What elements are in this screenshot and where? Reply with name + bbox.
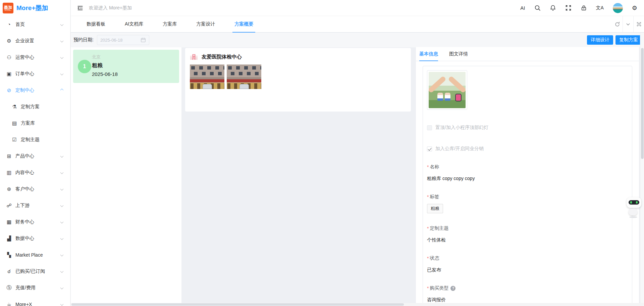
tab-plan-library[interactable]: 方案库	[163, 16, 177, 32]
chevron-down-icon	[60, 56, 64, 59]
vertical-scrollbar-thumb[interactable]	[641, 48, 644, 159]
notebook-icon: ▤	[11, 120, 17, 126]
tag-field-label: * 标签	[427, 194, 628, 200]
maximize-view-icon[interactable]	[633, 16, 644, 32]
sidebar-item-plan-library[interactable]: ▤ 方案库	[0, 115, 70, 131]
calendar-icon	[141, 37, 146, 43]
purchase-type-field-label: * 购买类型 ?	[427, 285, 628, 291]
sidebar-item-operations-center[interactable]: ⚇ 运营中心	[0, 49, 70, 65]
photo-detail	[203, 84, 212, 89]
pin-to-top-label: 置顶/加入小程序顶部幻灯	[435, 125, 488, 131]
hospital-photo-thumbnail[interactable]	[227, 64, 261, 89]
horizontal-scrollbar[interactable]	[71, 303, 644, 306]
hospital-photo-thumbnail[interactable]	[190, 64, 224, 89]
header-actions: AI	[520, 3, 644, 13]
robot-visor	[629, 200, 639, 205]
basic-info-form: 置顶/加入小程序顶部幻灯 加入公库/开启同业分销 * 名称 粗粮库 copy c…	[423, 66, 632, 303]
cover-image-detail	[445, 93, 450, 101]
pin-to-top-option: 置顶/加入小程序顶部幻灯	[427, 125, 628, 131]
grid-plus-icon: ⊞	[6, 153, 12, 159]
sidebar-item-upstream-downstream[interactable]: ☍ 上下游	[0, 197, 70, 214]
notification-bell-icon[interactable]	[550, 5, 556, 11]
invoice-icon: ▦	[6, 219, 12, 225]
filter-toolbar: 预约日期: 2025-06-18 详细设计 复制方案	[71, 33, 644, 47]
theme-field-label: * 定制主题	[427, 225, 628, 231]
sidebar-item-purchased-subscribed[interactable]: ☌ 已购买/已订阅	[0, 263, 70, 279]
schedule-list-item[interactable]: 1 北京 粗粮 2025-06-18	[73, 50, 179, 83]
tab-rich-content[interactable]: 图文详情	[449, 47, 468, 61]
chevron-down-icon	[60, 237, 64, 240]
grid-icon: ▚	[6, 252, 12, 258]
chevron-down-icon	[60, 187, 64, 191]
sidebar-item-product-center[interactable]: ⊞ 产品中心	[0, 148, 70, 164]
sidebar-item-data-center[interactable]: ▟ 数据中心	[0, 230, 70, 247]
sidebar-item-custom-plan[interactable]: ⚗ 定制方案	[0, 98, 70, 115]
cover-image-detail	[448, 76, 466, 93]
tag-chip: 粗粮	[427, 204, 443, 213]
sidebar-item-customization-center[interactable]: ⊘ 定制中心	[0, 82, 70, 98]
detail-design-button[interactable]: 详细设计	[587, 35, 613, 45]
tab-ai-doc-library[interactable]: AI文档库	[125, 16, 143, 32]
gear-icon: ⚙	[6, 38, 12, 44]
plan-detail-panel: 基本信息 图文详情 置顶/加入小程序顶部幻灯	[416, 47, 639, 303]
tabbar-controls	[612, 16, 644, 32]
main-content: 预约日期: 2025-06-18 详细设计 复制方案 1 北京 粗粮 2025-…	[71, 33, 644, 306]
chevron-down-icon	[60, 286, 64, 290]
welcome-text: 欢迎进入 More+墨加	[89, 5, 132, 11]
translate-icon[interactable]: 文A	[596, 5, 604, 11]
chevron-down-icon	[60, 204, 64, 207]
tab-basic-info[interactable]: 基本信息	[419, 47, 438, 61]
detail-tabs: 基本信息 图文详情	[416, 47, 639, 61]
sidebar-item-content-center[interactable]: ▥ 内容中心	[0, 164, 70, 181]
assistant-robot-button[interactable]	[625, 196, 643, 219]
shield-check-icon: ☑	[11, 137, 17, 143]
robot-eye	[630, 201, 632, 204]
chevron-down-icon	[60, 253, 64, 257]
sidebar-item-market-place[interactable]: ▚ Market Place	[0, 247, 70, 263]
compass-icon: ⊘	[6, 87, 12, 93]
dollar-circle-icon: Ⓢ	[6, 285, 12, 291]
purchase-type-field-value: 咨询报价	[427, 297, 628, 303]
schedule-date: 2025-06-18	[92, 71, 176, 77]
public-library-checkbox[interactable]	[427, 146, 432, 151]
sidebar-item-order-center[interactable]: ▣ 订单中心	[0, 65, 70, 82]
search-icon[interactable]	[534, 5, 541, 11]
sidebar-item-finance-center[interactable]: ▦ 财务中心	[0, 214, 70, 230]
lock-icon[interactable]	[581, 5, 587, 11]
collapse-sidebar-icon[interactable]	[77, 5, 84, 11]
cover-image-detail	[455, 94, 462, 101]
badge-icon: ▣	[6, 71, 12, 77]
tab-plan-summary[interactable]: 方案概要	[234, 16, 253, 32]
sidebar-item-custom-theme[interactable]: ☑ 定制主题	[0, 131, 70, 148]
appointment-date-input[interactable]: 2025-06-18	[97, 35, 149, 45]
chevron-down-icon	[60, 303, 64, 306]
sidebar-item-more-x[interactable]: ☕ More+X	[0, 296, 70, 306]
help-question-icon[interactable]: ?	[450, 286, 455, 291]
sidebar-item-customer-center[interactable]: ⊛ 客户中心	[0, 181, 70, 197]
sidebar-item-enterprise-settings[interactable]: ⚙ 企业设置	[0, 33, 70, 49]
chat-bubbles-icon: ⊛	[6, 186, 12, 192]
horizontal-scrollbar-thumb[interactable]	[71, 303, 404, 306]
settings-gear-icon[interactable]: ⚙	[632, 5, 637, 11]
chevron-down-icon	[60, 155, 64, 158]
robot-icon: ⚇	[6, 54, 12, 60]
pin-to-top-checkbox[interactable]	[427, 125, 432, 130]
refresh-icon[interactable]	[612, 16, 623, 32]
ai-assistant-button[interactable]: AI	[520, 5, 525, 11]
sidebar-item-recharge-fees[interactable]: Ⓢ 充值/费用	[0, 279, 70, 296]
copy-plan-button[interactable]: 复制方案	[615, 35, 642, 45]
workspace-tabs: 数据看板 AI文档库 方案库 方案设计 方案概要	[71, 16, 253, 32]
tab-data-dashboard[interactable]: 数据看板	[87, 16, 105, 32]
user-avatar[interactable]	[613, 3, 623, 13]
vertical-scrollbar[interactable]	[640, 33, 644, 303]
fullscreen-expand-icon[interactable]	[565, 5, 572, 11]
tab-plan-design[interactable]: 方案设计	[196, 16, 215, 32]
name-field-value: 粗粮库 copy copy copy	[427, 176, 628, 182]
plan-cover-image[interactable]	[427, 70, 467, 110]
plug-icon: ☌	[6, 268, 12, 274]
status-field-label: * 状态	[427, 255, 628, 261]
status-field-value: 已发布	[427, 267, 628, 273]
chevron-down-icon[interactable]	[623, 16, 633, 32]
cover-image-detail	[437, 93, 443, 101]
sidebar-item-home[interactable]: ◔ 首页	[0, 16, 70, 33]
